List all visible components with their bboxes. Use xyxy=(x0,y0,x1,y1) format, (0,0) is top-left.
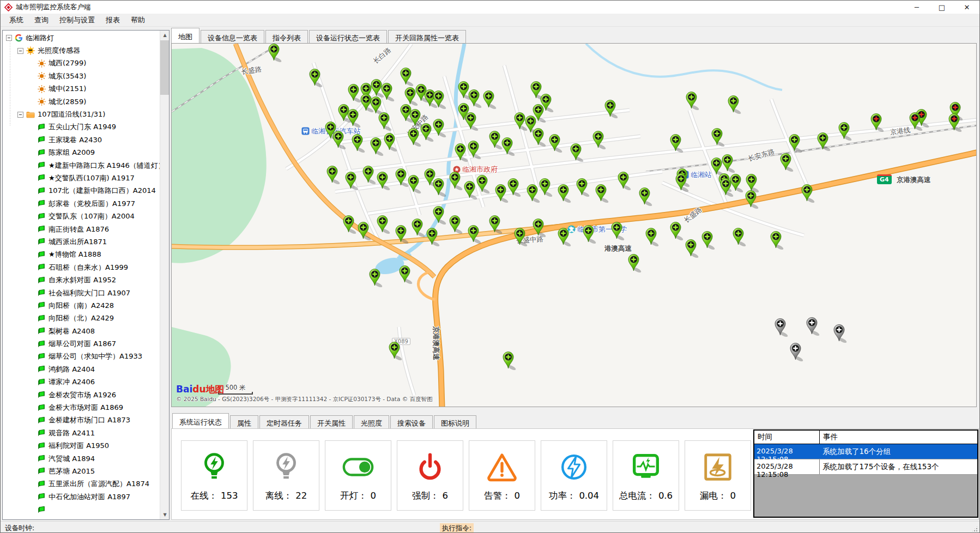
map-pin-online[interactable] xyxy=(362,165,376,184)
map-pin-online[interactable] xyxy=(570,143,583,162)
map-pin-online[interactable] xyxy=(395,225,408,244)
tree-device-1-9[interactable]: 城西派出所A1871 xyxy=(3,235,160,248)
map-pin-online[interactable] xyxy=(454,143,468,162)
map-pin-online[interactable] xyxy=(404,87,418,106)
map-pin-online[interactable] xyxy=(420,123,433,142)
tree-device-1-23[interactable]: 金桥建材市场门口 A1873 xyxy=(3,414,160,427)
tree-device-1-26[interactable]: 汽贸城 A1894 xyxy=(3,452,160,465)
map-pin-online[interactable] xyxy=(675,173,688,192)
map-pin-online[interactable] xyxy=(732,227,746,246)
map-pin-online[interactable] xyxy=(816,132,830,151)
map-pin-online[interactable] xyxy=(582,225,596,244)
map-pin-offline[interactable] xyxy=(806,317,819,336)
map-pin-online[interactable] xyxy=(467,140,481,159)
map-pin-online[interactable] xyxy=(788,134,802,153)
menu-item-4[interactable]: 帮助 xyxy=(125,14,150,27)
tree-expander[interactable] xyxy=(17,48,23,54)
scrollbar-thumb[interactable] xyxy=(160,40,170,95)
map-pin-online[interactable] xyxy=(711,128,724,147)
tree-device-1-6[interactable]: 彭家巷（党校后面）A1977 xyxy=(3,197,160,210)
map-pin-online[interactable] xyxy=(627,253,641,272)
tree-expander[interactable] xyxy=(6,35,12,41)
map-pin-online[interactable] xyxy=(344,171,358,190)
map-pin-online[interactable] xyxy=(592,130,606,149)
close-button[interactable]: ✕ xyxy=(954,1,979,14)
map-pin-online[interactable] xyxy=(488,130,502,149)
tree-device-1-19[interactable]: 鸿鹤路 A2404 xyxy=(3,363,160,375)
map-pin-online[interactable] xyxy=(388,341,402,360)
tree-device-1-14[interactable]: 向阳桥（南）A2428 xyxy=(3,299,160,312)
map-pin-online[interactable] xyxy=(604,99,618,118)
tree-device-1-17[interactable]: 烟草公司对面 A1867 xyxy=(3,337,160,350)
tree-device-1-1[interactable]: 王家珑巷 A2430 xyxy=(3,134,160,146)
map-pin-online[interactable] xyxy=(727,95,741,114)
map-pin-online[interactable] xyxy=(464,112,478,131)
scroll-up-button[interactable]: ▲ xyxy=(160,31,170,40)
tree-device-0-0[interactable]: 城西(2799) xyxy=(3,57,160,70)
map-pin-online[interactable] xyxy=(432,90,446,109)
tree-device-1-2[interactable]: 陈家组 A2009 xyxy=(3,147,160,159)
tab-4[interactable]: 开关回路属性一览表 xyxy=(388,30,466,43)
maximize-button[interactable]: □ xyxy=(929,1,954,14)
map-pin-online[interactable] xyxy=(719,178,733,197)
tab-0[interactable]: 地图 xyxy=(171,28,199,43)
map-pin-online[interactable] xyxy=(467,225,481,244)
map-pin-online[interactable] xyxy=(449,171,462,190)
map-pin-online[interactable] xyxy=(745,190,758,209)
menu-item-0[interactable]: 系统 xyxy=(4,14,29,27)
tree-device-1-5[interactable]: 107北（建新中路路口西）A2014 xyxy=(3,185,160,197)
tree-device-1-30[interactable] xyxy=(3,503,160,516)
map-pin-forced[interactable] xyxy=(948,113,961,132)
column-event[interactable]: 事件 xyxy=(820,431,840,444)
map-pin-online[interactable] xyxy=(463,180,477,199)
map-pin-online[interactable] xyxy=(432,118,446,137)
map-pin-online[interactable] xyxy=(507,178,521,197)
map-pin-online[interactable] xyxy=(347,83,361,102)
tree-device-1-12[interactable]: 自来水斜对面 A1952 xyxy=(3,274,160,286)
map-pin-online[interactable] xyxy=(617,171,631,190)
map-pin-offline[interactable] xyxy=(774,318,788,337)
map-pin-online[interactable] xyxy=(645,227,658,246)
map-pin-online[interactable] xyxy=(669,221,683,240)
map-pin-online[interactable] xyxy=(326,165,340,184)
tree-device-1-7[interactable]: 交警队东（107南）A2004 xyxy=(3,210,160,222)
menu-item-2[interactable]: 控制与设置 xyxy=(54,14,100,27)
map-pin-online[interactable] xyxy=(779,153,793,172)
tree-device-1-8[interactable]: 南正街转盘 A1876 xyxy=(3,223,160,235)
tree-device-1-16[interactable]: 梨树巷 A2408 xyxy=(3,325,160,337)
map-pin-online[interactable] xyxy=(332,130,346,149)
map-pin-online[interactable] xyxy=(342,215,356,234)
map-pin-online[interactable] xyxy=(268,43,281,62)
menu-item-1[interactable]: 查询 xyxy=(29,14,54,27)
map-pin-online[interactable] xyxy=(701,231,715,250)
tree-root[interactable]: 临湘路灯 xyxy=(3,32,160,44)
map-pin-online[interactable] xyxy=(398,265,412,284)
tree-device-1-24[interactable]: 观音路 A2411 xyxy=(3,427,160,439)
tree-device-1-11[interactable]: 石咀桥（自来水）A1999 xyxy=(3,261,160,274)
map-pin-online[interactable] xyxy=(482,90,496,109)
map-pin-online[interactable] xyxy=(557,184,571,203)
tree-device-1-28[interactable]: 五里派出所（富源汽配）A1874 xyxy=(3,478,160,490)
tree-device-1-18[interactable]: 烟草公司（求知中学）A1933 xyxy=(3,350,160,363)
map-pin-online[interactable] xyxy=(532,128,546,147)
tree-group-1[interactable]: 107国道沿线(31/31) xyxy=(3,108,160,120)
tree-device-1-21[interactable]: 金桥农贸市场 A1926 xyxy=(3,389,160,401)
map-view[interactable]: 长盛路长白路临湘长运汽车站长安中路临湘市政府临湘站长安东路京港线G4京港澳高速文… xyxy=(171,43,977,407)
tree-device-1-25[interactable]: 福利院对面 A1950 xyxy=(3,440,160,452)
map-pin-online[interactable] xyxy=(351,134,365,153)
tree-device-1-3[interactable]: ★建新中路路口东 A1946（辅道灯） xyxy=(3,159,160,172)
bottom-tab-3[interactable]: 开关属性 xyxy=(310,415,353,428)
map-pin-online[interactable] xyxy=(368,268,382,287)
bottom-tab-2[interactable]: 定时器任务 xyxy=(259,415,309,428)
tree-expander[interactable] xyxy=(17,112,23,118)
map-pin-online[interactable] xyxy=(432,205,446,225)
bottom-tab-6[interactable]: 图标说明 xyxy=(434,415,476,428)
map-pin-online[interactable] xyxy=(347,108,360,128)
map-pin-online[interactable] xyxy=(407,174,421,193)
map-pin-online[interactable] xyxy=(383,132,397,152)
map-pin-online[interactable] xyxy=(488,215,502,234)
map-pin-online[interactable] xyxy=(400,67,413,86)
map-pin-online[interactable] xyxy=(501,137,515,156)
map-pin-online[interactable] xyxy=(378,112,391,131)
map-pin-online[interactable] xyxy=(476,174,489,193)
